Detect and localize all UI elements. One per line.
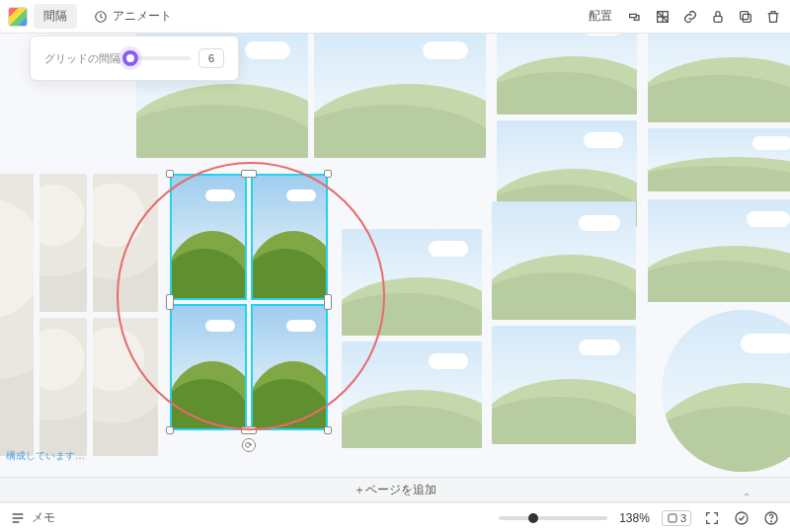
duplicate-icon[interactable] xyxy=(737,8,754,26)
fullscreen-icon[interactable] xyxy=(703,509,721,527)
rotate-handle[interactable]: ⟳ xyxy=(242,438,256,452)
svg-rect-5 xyxy=(669,514,676,522)
photo-cell[interactable] xyxy=(40,174,87,312)
notes-icon xyxy=(10,510,26,526)
add-page-label: ＋ページを追加 xyxy=(354,482,436,498)
svg-point-8 xyxy=(771,520,772,521)
resize-handle[interactable] xyxy=(241,170,257,178)
transparency-icon[interactable] xyxy=(654,8,672,26)
resize-handle[interactable] xyxy=(324,170,332,178)
svg-rect-3 xyxy=(743,14,750,22)
grid-cell[interactable] xyxy=(492,201,636,320)
page-number: 3 xyxy=(680,512,686,524)
grid-cell[interactable] xyxy=(648,128,790,191)
animate-icon xyxy=(93,9,109,25)
notes-label: メモ xyxy=(32,509,55,526)
svg-rect-4 xyxy=(741,11,749,19)
resize-handle[interactable] xyxy=(166,294,174,310)
add-page-bar[interactable]: ＋ページを追加 ⌃ xyxy=(0,477,790,502)
lock-icon[interactable] xyxy=(709,8,727,26)
grid-cell[interactable] xyxy=(492,326,636,444)
photo-cell[interactable] xyxy=(0,174,34,456)
grid-cell[interactable] xyxy=(648,34,790,122)
svg-point-6 xyxy=(736,512,748,524)
collapse-caret-icon[interactable]: ⌃ xyxy=(743,492,750,502)
link-icon[interactable] xyxy=(681,8,699,26)
format-painter-icon[interactable] xyxy=(626,8,644,26)
zoom-percent[interactable]: 138% xyxy=(619,511,650,525)
resize-handle[interactable] xyxy=(324,426,332,434)
toolbar-left: 間隔 アニメート xyxy=(8,4,182,29)
selected-grid-cell[interactable] xyxy=(170,304,247,430)
grid-cell[interactable] xyxy=(342,229,482,336)
grid-cell[interactable] xyxy=(342,342,482,448)
grid-spacing-slider-group: 6 xyxy=(130,48,224,68)
selected-grid-cell[interactable] xyxy=(170,174,247,300)
top-toolbar: 間隔 アニメート 配置 xyxy=(0,0,790,34)
animate-button[interactable]: アニメート xyxy=(83,4,182,29)
page-indicator[interactable]: 3 xyxy=(662,510,691,526)
spacing-tab[interactable]: 間隔 xyxy=(34,4,77,29)
notes-button[interactable]: メモ xyxy=(10,509,55,526)
status-text: 構成しています… xyxy=(6,449,85,463)
help-icon[interactable] xyxy=(762,509,780,527)
resize-handle[interactable] xyxy=(324,294,332,310)
grid-cell[interactable] xyxy=(497,34,637,114)
canvas-area[interactable]: ⟳ 構成しています… xyxy=(0,34,790,477)
photo-cell[interactable] xyxy=(40,318,87,456)
photo-cell[interactable] xyxy=(93,318,158,456)
zoom-slider[interactable] xyxy=(499,516,607,520)
trash-icon[interactable] xyxy=(764,8,782,26)
selected-grid[interactable]: ⟳ xyxy=(170,174,328,430)
resize-handle[interactable] xyxy=(166,170,174,178)
bottom-right-controls: 138% 3 xyxy=(499,509,780,527)
grid-spacing-label: グリッドの間隔 xyxy=(44,51,120,66)
selected-grid-cell[interactable] xyxy=(251,174,328,300)
position-label[interactable]: 配置 xyxy=(589,8,612,25)
bottom-bar: メモ 138% 3 xyxy=(0,502,790,532)
grid-spacing-popover: グリッドの間隔 6 xyxy=(30,36,239,81)
svg-rect-2 xyxy=(714,16,722,22)
animate-label: アニメート xyxy=(113,8,172,25)
zoom-slider-thumb[interactable] xyxy=(528,513,538,523)
grid-spacing-slider[interactable] xyxy=(130,56,191,60)
slider-thumb[interactable] xyxy=(122,50,138,66)
checkmark-icon[interactable] xyxy=(733,509,750,527)
selected-grid-cell[interactable] xyxy=(251,304,328,430)
toolbar-right: 配置 xyxy=(589,8,782,26)
grid-spacing-value[interactable]: 6 xyxy=(198,48,224,68)
grid-cell[interactable] xyxy=(314,34,486,158)
grid-cell-circle[interactable] xyxy=(662,310,790,472)
photo-cell[interactable] xyxy=(93,174,158,312)
resize-handle[interactable] xyxy=(166,426,174,434)
resize-handle[interactable] xyxy=(241,426,257,434)
grid-cell[interactable] xyxy=(648,199,790,302)
color-picker-swatch[interactable] xyxy=(8,7,28,27)
